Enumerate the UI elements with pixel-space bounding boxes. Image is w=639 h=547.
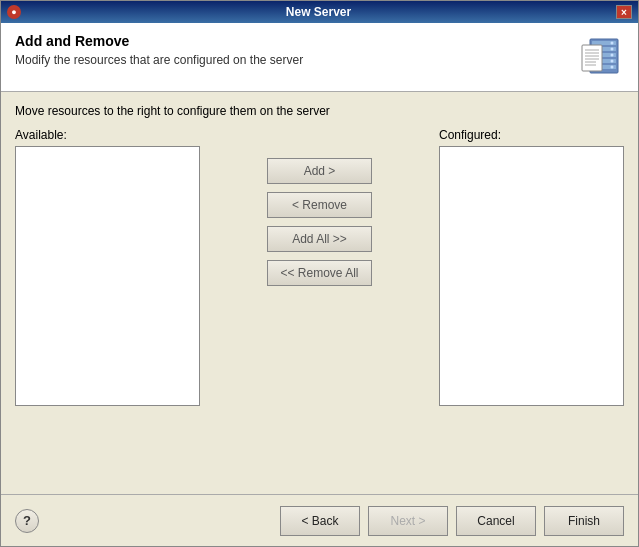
help-button[interactable]: ?	[15, 509, 39, 533]
configured-list[interactable]	[439, 146, 624, 406]
next-button[interactable]: Next >	[368, 506, 448, 536]
remove-all-button[interactable]: << Remove All	[267, 260, 372, 286]
header-subtitle: Modify the resources that are configured…	[15, 53, 303, 67]
title-bar-left: ●	[7, 5, 21, 19]
available-section: Available:	[15, 128, 200, 406]
svg-rect-11	[582, 45, 602, 71]
add-button[interactable]: Add >	[267, 158, 372, 184]
finish-button[interactable]: Finish	[544, 506, 624, 536]
configured-label: Configured:	[439, 128, 624, 142]
close-button[interactable]: ×	[616, 5, 632, 19]
available-list[interactable]	[15, 146, 200, 406]
footer: ? < Back Next > Cancel Finish	[1, 494, 638, 546]
footer-left: ?	[15, 509, 39, 533]
add-all-button[interactable]: Add All >>	[267, 226, 372, 252]
remove-button[interactable]: < Remove	[267, 192, 372, 218]
server-icon	[576, 33, 624, 81]
transfer-buttons: Add > < Remove Add All >> << Remove All	[200, 128, 439, 286]
configured-section: Configured:	[439, 128, 624, 406]
app-icon: ●	[7, 5, 21, 19]
svg-point-7	[611, 48, 614, 51]
content-area: Move resources to the right to configure…	[1, 92, 638, 494]
dialog-window: ● New Server × Add and Remove Modify the…	[0, 0, 639, 547]
window-title: New Server	[21, 5, 616, 19]
back-button[interactable]: < Back	[280, 506, 360, 536]
svg-point-10	[611, 66, 614, 69]
svg-point-8	[611, 54, 614, 57]
transfer-area: Available: Add > < Remove Add All >> << …	[15, 128, 624, 482]
instruction-text: Move resources to the right to configure…	[15, 104, 624, 118]
header-area: Add and Remove Modify the resources that…	[1, 23, 638, 92]
header-text: Add and Remove Modify the resources that…	[15, 33, 303, 67]
svg-point-9	[611, 60, 614, 63]
title-bar: ● New Server ×	[1, 1, 638, 23]
svg-point-6	[611, 42, 614, 45]
cancel-button[interactable]: Cancel	[456, 506, 536, 536]
available-label: Available:	[15, 128, 200, 142]
footer-right: < Back Next > Cancel Finish	[280, 506, 624, 536]
header-title: Add and Remove	[15, 33, 303, 49]
